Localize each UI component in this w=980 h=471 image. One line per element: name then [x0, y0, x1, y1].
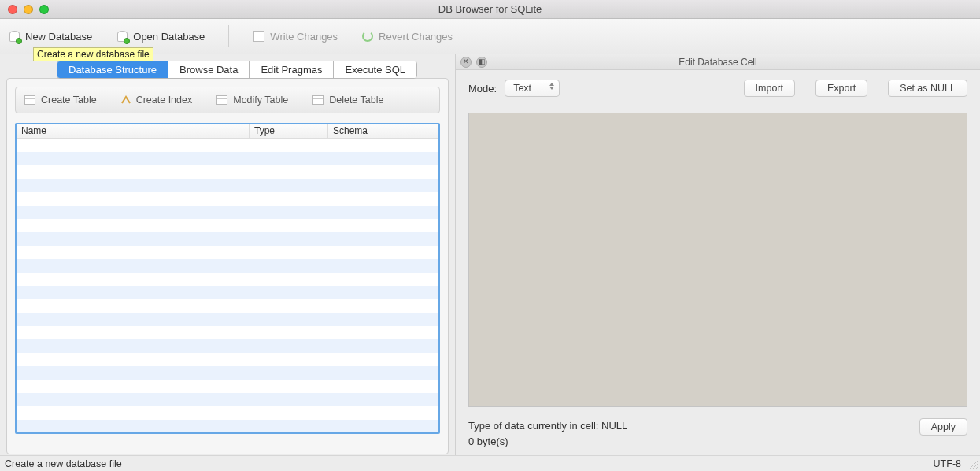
- table-edit-icon: [216, 94, 228, 106]
- database-open-icon: [116, 30, 128, 43]
- delete-table-label: Delete Table: [329, 95, 383, 106]
- main-toolbar: New Database Create a new database file …: [0, 19, 980, 54]
- modify-table-button[interactable]: Modify Table: [216, 94, 288, 106]
- structure-panel: Create Table Create Index Modify Table D…: [6, 78, 449, 454]
- delete-table-button[interactable]: Delete Table: [312, 94, 383, 106]
- write-changes-label: Write Changes: [270, 31, 338, 43]
- chevron-updown-icon: [549, 83, 554, 90]
- svg-line-2: [976, 467, 978, 469]
- table-icon: [24, 94, 36, 106]
- create-table-label: Create Table: [41, 95, 97, 106]
- tab-browse-data[interactable]: Browse Data: [168, 61, 250, 78]
- panel-detach-icon[interactable]: ◧: [476, 57, 487, 68]
- create-index-label: Create Index: [136, 95, 193, 106]
- save-icon: [253, 30, 265, 43]
- status-message: Create a new database file: [5, 458, 122, 469]
- right-panel-titlebar: ✕ ◧ Edit Database Cell: [456, 54, 980, 70]
- revert-changes-label: Revert Changes: [379, 31, 453, 43]
- set-null-button[interactable]: Set as NULL: [888, 80, 967, 97]
- new-database-button[interactable]: New Database Create a new database file: [8, 30, 92, 43]
- content-area: Database Structure Browse Data Edit Prag…: [0, 54, 980, 455]
- resize-grip-icon[interactable]: [967, 458, 978, 469]
- mode-select[interactable]: Text: [505, 80, 560, 97]
- open-database-button[interactable]: Open Database: [116, 30, 205, 43]
- tab-execute-sql[interactable]: Execute SQL: [334, 61, 416, 78]
- revert-changes-button[interactable]: Revert Changes: [361, 30, 453, 43]
- left-panel: Database Structure Browse Data Edit Prag…: [0, 54, 455, 455]
- table-delete-icon: [312, 94, 324, 106]
- export-button[interactable]: Export: [815, 80, 867, 97]
- status-encoding: UTF-8: [934, 458, 961, 469]
- create-table-button[interactable]: Create Table: [24, 94, 97, 106]
- new-database-label: New Database: [25, 31, 92, 43]
- tooltip: Create a new database file: [33, 47, 153, 61]
- column-header-name[interactable]: Name: [17, 124, 250, 138]
- title-bar: DB Browser for SQLite: [0, 0, 980, 19]
- mode-row: Mode: Text Import Export Set as NULL: [468, 80, 967, 97]
- cell-editor[interactable]: [468, 113, 967, 407]
- right-panel-body: Mode: Text Import Export Set as NULL Typ…: [456, 70, 980, 455]
- right-panel-title: Edit Database Cell: [456, 57, 980, 68]
- main-tabs: Database Structure Browse Data Edit Prag…: [57, 61, 417, 79]
- write-changes-button[interactable]: Write Changes: [253, 30, 338, 43]
- structure-grid[interactable]: Name Type Schema: [15, 123, 440, 434]
- open-database-label: Open Database: [133, 31, 205, 43]
- grid-header: Name Type Schema: [17, 124, 438, 139]
- database-new-icon: [8, 30, 20, 43]
- cell-type-info: Type of data currently in cell: NULL: [468, 418, 627, 434]
- index-icon: [120, 95, 131, 105]
- window-title: DB Browser for SQLite: [0, 3, 980, 15]
- column-header-type[interactable]: Type: [250, 124, 328, 138]
- panel-close-icon[interactable]: ✕: [460, 57, 472, 68]
- toolbar-separator: [228, 25, 229, 47]
- mode-label: Mode:: [468, 83, 497, 95]
- tab-database-structure[interactable]: Database Structure: [57, 61, 168, 78]
- status-bar: Create a new database file UTF-8: [0, 455, 980, 471]
- cell-info: Type of data currently in cell: NULL 0 b…: [468, 418, 627, 449]
- grid-body: [17, 139, 438, 432]
- modify-table-label: Modify Table: [233, 95, 288, 106]
- structure-toolbar: Create Table Create Index Modify Table D…: [15, 87, 440, 113]
- right-panel: ✕ ◧ Edit Database Cell Mode: Text Import…: [455, 54, 980, 455]
- column-header-schema[interactable]: Schema: [328, 124, 438, 138]
- apply-button[interactable]: Apply: [919, 418, 967, 436]
- import-button[interactable]: Import: [744, 80, 795, 97]
- mode-value: Text: [513, 83, 531, 94]
- create-index-button[interactable]: Create Index: [120, 95, 193, 106]
- revert-icon: [361, 30, 374, 43]
- cell-size-info: 0 byte(s): [468, 434, 627, 450]
- tab-edit-pragmas[interactable]: Edit Pragmas: [250, 61, 334, 78]
